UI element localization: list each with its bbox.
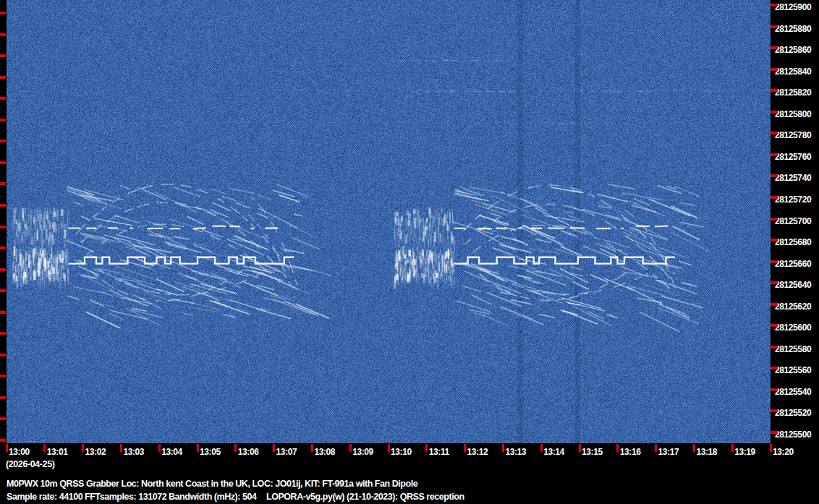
time-tick: [82, 444, 84, 452]
freq-tick-left: [0, 332, 6, 335]
freq-tick-left: [0, 311, 6, 314]
freq-tick-right: [771, 388, 778, 391]
freq-tick-right: [771, 4, 778, 7]
time-label: 13:09: [352, 447, 373, 457]
freq-tick-right: [771, 431, 778, 434]
freq-tick-left: [0, 161, 6, 164]
freq-label: 28125500: [775, 430, 818, 440]
freq-tick-left: [0, 417, 6, 420]
freq-tick-left: [0, 226, 6, 228]
time-tick: [693, 444, 695, 452]
freq-tick-left: [0, 33, 6, 36]
freq-label: 28125740: [775, 173, 818, 183]
time-tick: [388, 444, 390, 452]
software-version-label: LOPORA-v5g.py(w) (21-10-2023): QRSS rece…: [266, 492, 464, 502]
time-label: 13:11: [429, 447, 449, 457]
freq-tick-right: [771, 174, 778, 177]
freq-label: 28125860: [775, 45, 818, 55]
time-label: 13:18: [696, 447, 717, 457]
time-tick: [311, 444, 313, 452]
freq-label: 28125700: [775, 216, 818, 226]
freq-tick-left: [0, 54, 6, 57]
station-info-line: M0PWX 10m QRSS Grabber Loc: North kent C…: [7, 479, 417, 489]
sample-rate-value: Sample rate: 44100: [7, 492, 82, 502]
freq-tick-right: [771, 218, 778, 221]
freq-tick-right: [771, 132, 778, 134]
freq-label: 28125520: [775, 408, 818, 418]
bandwidth-value: Bandwidth (mHz): 504: [169, 492, 257, 502]
freq-label: 28125880: [775, 24, 818, 34]
freq-tick-right: [771, 409, 778, 412]
freq-label: 28125720: [775, 195, 818, 205]
freq-label: 28125620: [775, 302, 818, 312]
freq-label: 28125540: [775, 387, 818, 397]
freq-label: 28125580: [775, 344, 818, 354]
freq-tick-left: [0, 439, 6, 442]
freq-tick-right: [771, 89, 778, 92]
time-label: 13:08: [314, 447, 335, 457]
time-label: 13:13: [505, 447, 526, 457]
freq-label: 28125600: [775, 323, 818, 333]
time-tick: [655, 444, 657, 452]
freq-tick-left: [0, 119, 6, 121]
time-label: 13:04: [161, 447, 182, 457]
time-label: 13:15: [582, 447, 603, 457]
time-tick: [234, 444, 237, 452]
freq-tick-left: [0, 289, 6, 292]
freq-tick-right: [771, 303, 778, 306]
freq-label: 28125680: [775, 237, 818, 247]
freq-tick-right: [771, 25, 778, 28]
freq-tick-right: [771, 153, 778, 156]
time-tick: [120, 444, 122, 452]
date-label: (2026-04-25): [6, 459, 54, 469]
freq-label: 28125820: [775, 87, 818, 98]
time-label: 13:01: [47, 447, 68, 457]
time-label: 13:12: [467, 447, 488, 457]
freq-tick-left: [0, 204, 6, 207]
time-label: 13:19: [734, 447, 755, 457]
freq-tick-right: [771, 281, 778, 284]
time-tick: [158, 444, 161, 452]
freq-label: 28125840: [775, 67, 818, 77]
time-tick: [616, 444, 619, 452]
time-tick: [540, 444, 543, 452]
freq-tick-right: [771, 46, 778, 49]
freq-tick-left: [0, 396, 6, 399]
time-label: 13:17: [658, 447, 679, 457]
freq-tick-left: [0, 12, 6, 14]
time-label: 13:06: [238, 447, 259, 457]
qrss-grabber-screen: 2812590028125880281258602812584028125820…: [0, 0, 819, 504]
time-label: 13:03: [123, 447, 144, 457]
time-tick: [197, 444, 199, 452]
freq-tick-right: [771, 324, 778, 327]
freq-tick-left: [0, 76, 6, 79]
time-tick: [731, 444, 734, 452]
freq-label: 28125760: [775, 152, 818, 162]
spectrogram-canvas: [7, 0, 771, 443]
freq-tick-left: [0, 268, 6, 271]
time-label: 13:14: [543, 447, 564, 457]
freq-label: 28125660: [775, 259, 818, 269]
freq-tick-right: [771, 260, 778, 263]
time-tick: [349, 444, 352, 452]
freq-tick-left: [0, 375, 6, 377]
time-tick: [425, 444, 428, 452]
freq-tick-left: [0, 247, 6, 249]
time-tick: [43, 444, 46, 452]
freq-tick-right: [771, 68, 778, 71]
freq-label: 28125640: [775, 280, 818, 290]
freq-tick-right: [771, 367, 778, 370]
time-label: 13:00: [9, 447, 30, 457]
time-tick: [579, 444, 581, 452]
freq-tick-right: [771, 346, 778, 349]
time-tick: [502, 444, 504, 452]
fft-samples-value: FFTsamples: 131072: [85, 492, 166, 502]
freq-label: 28125800: [775, 109, 818, 119]
time-label: 13:20: [773, 447, 794, 457]
time-tick: [770, 444, 772, 452]
time-label: 13:07: [276, 447, 297, 457]
time-tick: [273, 444, 275, 452]
freq-tick-left: [0, 354, 6, 356]
time-label: 13:16: [620, 447, 641, 457]
freq-tick-right: [771, 196, 778, 199]
